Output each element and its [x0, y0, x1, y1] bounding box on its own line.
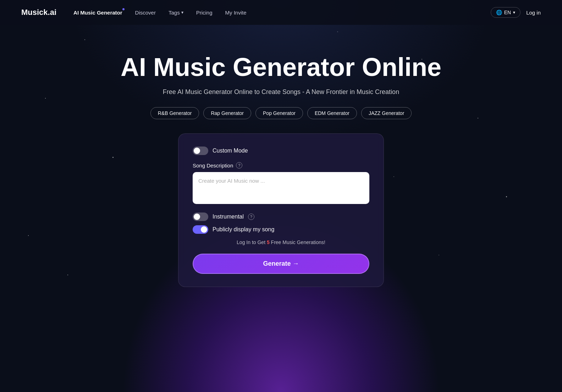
- song-description-input[interactable]: [193, 172, 369, 204]
- nav-item-ai-music[interactable]: AI Music Generator: [73, 10, 122, 16]
- public-display-row: Publicly display my song: [193, 225, 369, 234]
- generate-button[interactable]: Generate →: [193, 254, 369, 274]
- login-button[interactable]: Log in: [526, 10, 541, 16]
- instrumental-slider: [193, 212, 208, 221]
- globe-icon: 🌐: [496, 10, 502, 15]
- nav-item-ai-music-label: AI Music Generator: [73, 10, 122, 16]
- brand-logo[interactable]: Musick.ai: [21, 8, 56, 17]
- nav-item-pricing-label: Pricing: [196, 10, 213, 16]
- custom-mode-slider: [193, 147, 208, 155]
- login-prompt: Log In to Get 5 Free Music Generations!: [193, 239, 369, 245]
- hero-subtitle: Free AI Music Generator Online to Create…: [0, 88, 562, 96]
- nav-item-invite-label: My Invite: [225, 10, 247, 16]
- login-prompt-suffix: Free Music Generations!: [271, 239, 325, 245]
- nav-item-tags-label: Tags: [169, 10, 180, 16]
- generate-button-label: Generate →: [263, 260, 299, 267]
- public-display-slider: [193, 225, 208, 234]
- genre-tag-edm[interactable]: EDM Generator: [307, 107, 357, 119]
- genre-tag-rnb[interactable]: R&B Generator: [150, 107, 199, 119]
- nav-item-discover-label: Discover: [135, 10, 156, 16]
- public-display-label: Publicly display my song: [213, 226, 274, 233]
- chevron-down-icon: ▾: [181, 10, 183, 15]
- custom-mode-row: Custom Mode: [193, 147, 369, 155]
- song-desc-help-icon[interactable]: ?: [236, 162, 242, 169]
- public-display-toggle[interactable]: [193, 225, 208, 234]
- login-prompt-text: Log In to Get: [237, 239, 265, 245]
- language-button[interactable]: 🌐 EN ▾: [491, 7, 520, 18]
- genre-tag-pop[interactable]: Pop Generator: [255, 107, 303, 119]
- song-desc-label-row: Song Description ?: [193, 162, 369, 169]
- nav-item-tags[interactable]: Tags ▾: [169, 10, 183, 16]
- nav-links: AI Music Generator Discover Tags ▾ Prici…: [73, 10, 491, 16]
- genre-tags-container: R&B Generator Rap Generator Pop Generato…: [0, 107, 562, 119]
- nav-right: 🌐 EN ▾ Log in: [491, 7, 541, 18]
- generator-card: Custom Mode Song Description ? Instrumen…: [178, 133, 384, 287]
- lang-label: EN: [504, 10, 511, 15]
- lang-chevron-icon: ▾: [513, 10, 515, 15]
- nav-item-invite[interactable]: My Invite: [225, 10, 247, 16]
- song-desc-text: Song Description: [193, 162, 233, 169]
- instrumental-label: Instrumental: [213, 214, 244, 220]
- hero-section: AI Music Generator Online Free AI Music …: [0, 25, 562, 301]
- genre-tag-jazz[interactable]: JAZZ Generator: [361, 107, 412, 119]
- login-prompt-number: 5: [267, 239, 271, 245]
- instrumental-row: Instrumental ?: [193, 212, 369, 221]
- hero-title: AI Music Generator Online: [0, 53, 562, 81]
- custom-mode-label: Custom Mode: [213, 148, 248, 154]
- instrumental-toggle[interactable]: [193, 212, 208, 221]
- navbar: Musick.ai AI Music Generator Discover Ta…: [0, 0, 562, 25]
- custom-mode-toggle[interactable]: [193, 147, 208, 155]
- genre-tag-rap[interactable]: Rap Generator: [203, 107, 251, 119]
- nav-item-discover[interactable]: Discover: [135, 10, 156, 16]
- nav-item-pricing[interactable]: Pricing: [196, 10, 213, 16]
- instrumental-help-icon[interactable]: ?: [248, 214, 254, 220]
